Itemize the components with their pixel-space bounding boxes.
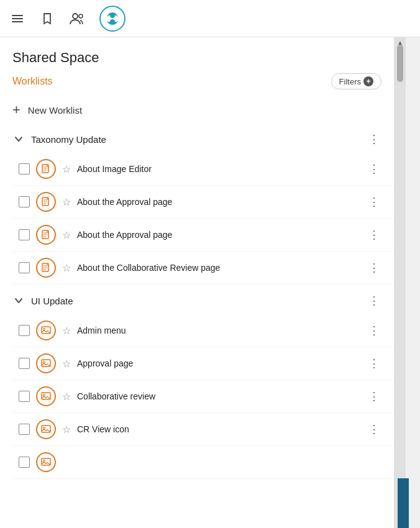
taxonomy-group-name: Taxonomy Update (31, 134, 360, 145)
ui-chevron-icon (12, 294, 25, 307)
svg-point-12 (43, 362, 45, 363)
item-label: CR View icon (77, 424, 360, 434)
left-panel: Shared Space Worklists Filters + + New W… (0, 37, 395, 528)
list-item-partial (12, 446, 394, 479)
main-container: Shared Space Worklists Filters + + New W… (0, 37, 420, 528)
worklist-group-taxonomy: Taxonomy Update ⋮ ☆ About Image Edi (0, 125, 394, 284)
item-menu-button[interactable]: ⋮ (367, 356, 381, 371)
item-checkbox[interactable] (19, 391, 30, 402)
doc-icon (36, 258, 56, 278)
ui-items: ☆ Admin menu ⋮ ☆ Approval pag (0, 314, 394, 479)
item-checkbox[interactable] (19, 457, 30, 468)
filters-plus-icon: + (363, 76, 373, 86)
image-icon (36, 353, 56, 373)
svg-rect-1 (12, 18, 23, 19)
item-checkbox[interactable] (19, 325, 30, 336)
item-checkbox[interactable] (19, 196, 30, 207)
filters-button[interactable]: Filters + (331, 73, 381, 89)
svg-point-3 (73, 14, 78, 19)
item-star-icon[interactable]: ☆ (62, 229, 71, 241)
scrollbar-thumb[interactable] (397, 45, 403, 82)
svg-point-10 (43, 329, 45, 330)
svg-rect-2 (12, 21, 23, 22)
worklists-label: Worklists (12, 76, 53, 87)
item-checkbox[interactable] (19, 424, 30, 435)
list-item: ☆ CR View icon ⋮ (12, 413, 394, 446)
worklists-section: Worklists Filters + (0, 71, 394, 89)
list-item: ☆ About the Approval page ⋮ (12, 219, 394, 252)
new-worklist-row[interactable]: + New Worklist (0, 94, 394, 125)
item-label: Collaborative review (77, 391, 360, 401)
taxonomy-items: ☆ About Image Editor ⋮ ☆ Abou (0, 153, 394, 284)
list-item: ☆ Collaborative review ⋮ (12, 380, 394, 413)
item-label: About the Collaborative Review page (77, 263, 360, 273)
item-star-icon[interactable]: ☆ (62, 262, 71, 274)
svg-point-16 (43, 427, 45, 429)
new-worklist-plus-icon: + (12, 102, 21, 118)
item-checkbox[interactable] (19, 163, 30, 175)
item-menu-button[interactable]: ⋮ (367, 227, 381, 242)
item-menu-button[interactable]: ⋮ (367, 389, 381, 404)
item-menu-button[interactable]: ⋮ (367, 422, 381, 437)
new-worklist-label: New Worklist (28, 105, 82, 116)
doc-icon (36, 159, 56, 179)
ui-group-header[interactable]: UI Update ⋮ (0, 287, 394, 314)
image-icon (36, 386, 56, 406)
image-icon (36, 419, 56, 439)
svg-rect-0 (12, 15, 23, 16)
bookmark-icon[interactable] (37, 9, 57, 29)
worklists-header: Worklists Filters + (12, 73, 381, 89)
worklist-group-ui: UI Update ⋮ ☆ Admin menu (0, 287, 394, 479)
list-item: ☆ Admin menu ⋮ (12, 314, 394, 347)
item-menu-button[interactable]: ⋮ (367, 194, 381, 209)
page-header: Shared Space (0, 37, 394, 71)
item-label: Approval page (77, 358, 360, 368)
list-item: ☆ About Image Editor ⋮ (12, 153, 394, 186)
item-star-icon[interactable]: ☆ (62, 325, 71, 337)
list-item: ☆ About the Approval page ⋮ (12, 186, 394, 219)
item-star-icon[interactable]: ☆ (62, 424, 71, 435)
item-star-icon[interactable]: ☆ (62, 196, 71, 208)
top-nav (0, 0, 420, 37)
right-edge-accent (398, 478, 409, 528)
item-label: Admin menu (77, 325, 360, 335)
svg-point-18 (43, 460, 45, 462)
people-icon[interactable] (67, 9, 87, 29)
item-star-icon[interactable]: ☆ (62, 163, 71, 175)
doc-icon (36, 225, 56, 245)
filters-label: Filters (339, 77, 361, 86)
page-title: Shared Space (12, 50, 381, 66)
item-label: About the Approval page (77, 230, 360, 240)
taxonomy-chevron-icon (12, 133, 25, 145)
ui-group-name: UI Update (31, 296, 360, 306)
doc-icon (36, 192, 56, 212)
svg-point-14 (43, 394, 45, 396)
svg-point-4 (79, 14, 83, 18)
app-logo[interactable] (99, 6, 126, 32)
image-icon (36, 321, 56, 340)
item-label: About Image Editor (77, 164, 360, 174)
image-icon (36, 452, 56, 472)
list-item: ☆ Approval page ⋮ (12, 347, 394, 380)
ui-menu-button[interactable]: ⋮ (367, 293, 381, 308)
item-menu-button[interactable]: ⋮ (367, 323, 381, 338)
item-star-icon[interactable]: ☆ (62, 391, 71, 403)
item-label: About the Approval page (77, 197, 360, 207)
taxonomy-group-header[interactable]: Taxonomy Update ⋮ (0, 125, 394, 153)
item-checkbox[interactable] (19, 262, 30, 273)
item-checkbox[interactable] (19, 229, 30, 240)
item-menu-button[interactable]: ⋮ (367, 260, 381, 275)
item-star-icon[interactable]: ☆ (62, 358, 71, 370)
list-item: ☆ About the Collaborative Review page ⋮ (12, 252, 394, 284)
item-menu-button[interactable]: ⋮ (367, 162, 381, 176)
menu-icon[interactable] (7, 9, 27, 29)
scrollbar[interactable]: ▲ ▼ (395, 37, 406, 528)
taxonomy-menu-button[interactable]: ⋮ (367, 132, 381, 147)
item-checkbox[interactable] (19, 358, 30, 369)
